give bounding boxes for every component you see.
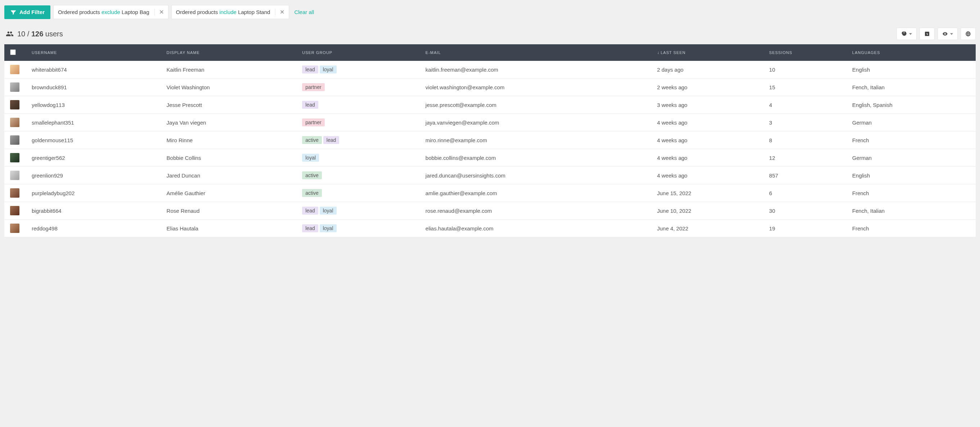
caret-down-icon xyxy=(909,33,912,35)
col-username[interactable]: Username xyxy=(27,44,162,61)
export-button[interactable] xyxy=(920,28,935,40)
table-row[interactable]: goldenmouse115Miro Rinneactiveleadmiro.r… xyxy=(4,131,976,149)
table-row[interactable]: smallelephant351Jaya Van viegenpartnerja… xyxy=(4,114,976,131)
table-row[interactable]: greentiger562Bobbie Collinsloyalbobbie.c… xyxy=(4,149,976,167)
export-icon xyxy=(924,31,930,37)
col-display-name[interactable]: Display Name xyxy=(162,44,298,61)
users-table: Username Display Name User Group E-mail … xyxy=(4,44,976,237)
email-cell: rose.renaud@example.com xyxy=(421,202,653,220)
email-cell: jaya.vanviegen@example.com xyxy=(421,114,653,131)
languages-cell: English, Spanish xyxy=(848,96,976,114)
user-group-cell: activelead xyxy=(298,131,421,149)
languages-cell: French xyxy=(848,131,976,149)
sessions-cell: 10 xyxy=(765,61,848,78)
group-tag-loyal: loyal xyxy=(320,65,337,73)
avatar xyxy=(10,135,19,145)
avatar xyxy=(10,223,19,233)
last-seen-cell: 2 weeks ago xyxy=(653,78,765,96)
display-name-cell: Miro Rinne xyxy=(162,131,298,149)
username-cell: greenlion929 xyxy=(27,167,162,184)
add-filter-label: Add Filter xyxy=(19,9,45,15)
filter-icon xyxy=(10,9,17,16)
table-row[interactable]: purpleladybug202Amélie Gauthieractiveaml… xyxy=(4,184,976,202)
select-all-checkbox[interactable] xyxy=(10,49,16,55)
close-icon[interactable]: ✕ xyxy=(154,9,164,16)
username-cell: purpleladybug202 xyxy=(27,184,162,202)
col-languages[interactable]: Languages xyxy=(848,44,976,61)
user-group-cell: loyal xyxy=(298,149,421,167)
group-tag-lead: lead xyxy=(302,224,318,232)
display-name-cell: Bobbie Collins xyxy=(162,149,298,167)
group-tag-active: active xyxy=(302,171,322,179)
table-row[interactable]: brownduck891Violet Washingtonpartnerviol… xyxy=(4,78,976,96)
display-name-cell: Jesse Prescott xyxy=(162,96,298,114)
username-cell: whiterabbit674 xyxy=(27,61,162,78)
email-cell: jesse.prescott@example.com xyxy=(421,96,653,114)
col-email[interactable]: E-mail xyxy=(421,44,653,61)
display-name-cell: Elias Hautala xyxy=(162,220,298,237)
filter-chip[interactable]: Ordered products exclude Laptop Bag✕ xyxy=(53,5,169,19)
user-group-cell: partner xyxy=(298,78,421,96)
display-name-cell: Amélie Gauthier xyxy=(162,184,298,202)
sessions-cell: 15 xyxy=(765,78,848,96)
username: yellowdog113 xyxy=(32,102,65,108)
languages-cell: Fench, Italian xyxy=(848,78,976,96)
group-tag-lead: lead xyxy=(302,101,318,109)
visibility-button[interactable] xyxy=(937,28,958,40)
user-group-cell: leadloyal xyxy=(298,202,421,220)
avatar xyxy=(10,100,19,110)
table-row[interactable]: bigrabbit664Rose Renaudleadloyalrose.ren… xyxy=(4,202,976,220)
username: greenlion929 xyxy=(32,172,63,178)
col-user-group[interactable]: User Group xyxy=(298,44,421,61)
add-filter-button[interactable]: Add Filter xyxy=(4,5,50,19)
sessions-cell: 12 xyxy=(765,149,848,167)
avatar xyxy=(10,153,19,163)
sessions-cell: 6 xyxy=(765,184,848,202)
sessions-cell: 19 xyxy=(765,220,848,237)
email-cell: violet.washington@example.com xyxy=(421,78,653,96)
email-cell: jared.duncan@usersinsights.com xyxy=(421,167,653,184)
user-count: 10 / 126 users xyxy=(6,30,63,38)
group-tag-loyal: loyal xyxy=(320,224,337,232)
table-row[interactable]: yellowdog113Jesse Prescottleadjesse.pres… xyxy=(4,96,976,114)
languages-cell: German xyxy=(848,114,976,131)
group-tag-active: active xyxy=(302,136,322,144)
avatar xyxy=(10,65,19,74)
languages-cell: French xyxy=(848,220,976,237)
avatar xyxy=(10,188,19,198)
display-name-cell: Jaya Van viegen xyxy=(162,114,298,131)
display-name-cell: Rose Renaud xyxy=(162,202,298,220)
username: goldenmouse115 xyxy=(32,137,73,143)
user-group-cell: leadloyal xyxy=(298,220,421,237)
col-sessions[interactable]: Sessions xyxy=(765,44,848,61)
shown-count: 10 xyxy=(17,30,25,38)
username: brownduck891 xyxy=(32,84,67,90)
table-row[interactable]: whiterabbit674Kaitlin Freemanleadloyalka… xyxy=(4,61,976,78)
user-group-cell: leadloyal xyxy=(298,61,421,78)
table-row[interactable]: greenlion929Jared Duncanactivejared.dunc… xyxy=(4,167,976,184)
last-seen-cell: June 15, 2022 xyxy=(653,184,765,202)
close-icon[interactable]: ✕ xyxy=(275,9,285,16)
languages-cell: Fench, Italian xyxy=(848,202,976,220)
last-seen-cell: 4 weeks ago xyxy=(653,149,765,167)
pie-chart-icon xyxy=(901,31,907,37)
sessions-cell: 3 xyxy=(765,114,848,131)
last-seen-cell: June 4, 2022 xyxy=(653,220,765,237)
table-row[interactable]: reddog498Elias Hautalaleadloyalelias.hau… xyxy=(4,220,976,237)
display-name-cell: Kaitlin Freeman xyxy=(162,61,298,78)
avatar xyxy=(10,83,19,92)
languages-cell: English xyxy=(848,61,976,78)
filter-chip[interactable]: Ordered products include Laptop Stand✕ xyxy=(171,5,290,19)
group-tag-active: active xyxy=(302,189,322,197)
email-cell: miro.rinne@example.com xyxy=(421,131,653,149)
globe-button[interactable] xyxy=(961,28,976,40)
email-cell: amlie.gauthier@example.com xyxy=(421,184,653,202)
col-last-seen[interactable]: ↓Last Seen xyxy=(653,44,765,61)
group-tag-lead: lead xyxy=(323,136,339,144)
username: reddog498 xyxy=(32,225,57,231)
username-cell: brownduck891 xyxy=(27,78,162,96)
last-seen-cell: 4 weeks ago xyxy=(653,131,765,149)
clear-all-link[interactable]: Clear all xyxy=(294,9,314,15)
segments-button[interactable] xyxy=(896,28,916,40)
username-cell: yellowdog113 xyxy=(27,96,162,114)
